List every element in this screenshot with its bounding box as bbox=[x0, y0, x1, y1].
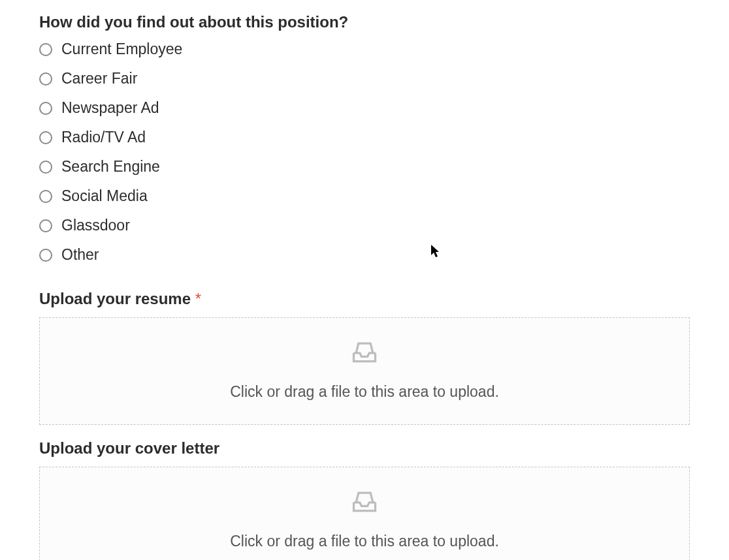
inbox-icon bbox=[350, 487, 379, 518]
radio-circle-icon bbox=[39, 131, 52, 144]
radio-label: Glassdoor bbox=[61, 217, 130, 234]
upload-resume-prompt: Click or drag a file to this area to upl… bbox=[53, 383, 676, 401]
radio-circle-icon bbox=[39, 72, 52, 86]
radio-option-current-employee[interactable]: Current Employee bbox=[39, 40, 690, 58]
upload-resume-label: Upload your resume * bbox=[39, 290, 690, 308]
radio-option-glassdoor[interactable]: Glassdoor bbox=[39, 217, 690, 234]
radio-label: Current Employee bbox=[61, 40, 182, 58]
upload-resume-dropzone[interactable]: Click or drag a file to this area to upl… bbox=[39, 317, 690, 425]
upload-cover-letter-prompt: Click or drag a file to this area to upl… bbox=[53, 533, 676, 550]
radio-circle-icon bbox=[39, 161, 52, 174]
upload-cover-letter-label: Upload your cover letter bbox=[39, 439, 690, 458]
radio-label: Career Fair bbox=[61, 70, 137, 87]
radio-label: Newspaper Ad bbox=[61, 99, 159, 117]
radio-label: Radio/TV Ad bbox=[61, 129, 146, 146]
upload-icon-wrapper bbox=[53, 487, 676, 518]
radio-circle-icon bbox=[39, 102, 52, 115]
upload-resume-label-text: Upload your resume bbox=[39, 290, 195, 307]
radio-option-career-fair[interactable]: Career Fair bbox=[39, 70, 690, 87]
upload-cover-letter-dropzone[interactable]: Click or drag a file to this area to upl… bbox=[39, 467, 690, 560]
radio-option-other[interactable]: Other bbox=[39, 246, 690, 264]
radio-label: Social Media bbox=[61, 187, 148, 205]
radio-circle-icon bbox=[39, 43, 52, 56]
radio-option-social-media[interactable]: Social Media bbox=[39, 187, 690, 205]
radio-circle-icon bbox=[39, 190, 52, 203]
radio-circle-icon bbox=[39, 219, 52, 232]
radio-label: Other bbox=[61, 246, 99, 264]
radio-option-radio-tv-ad[interactable]: Radio/TV Ad bbox=[39, 129, 690, 146]
radio-group-source: Current Employee Career Fair Newspaper A… bbox=[39, 40, 690, 264]
question-heading: How did you find out about this position… bbox=[39, 13, 690, 31]
upload-cover-letter-section: Upload your cover letter Click or drag a… bbox=[39, 439, 690, 560]
upload-icon-wrapper bbox=[53, 337, 676, 369]
radio-option-newspaper-ad[interactable]: Newspaper Ad bbox=[39, 99, 690, 117]
inbox-icon bbox=[350, 337, 379, 369]
radio-label: Search Engine bbox=[61, 158, 160, 176]
radio-circle-icon bbox=[39, 249, 52, 262]
radio-option-search-engine[interactable]: Search Engine bbox=[39, 158, 690, 176]
upload-resume-section: Upload your resume * Click or drag a fil… bbox=[39, 290, 690, 425]
required-star-icon: * bbox=[195, 290, 201, 307]
